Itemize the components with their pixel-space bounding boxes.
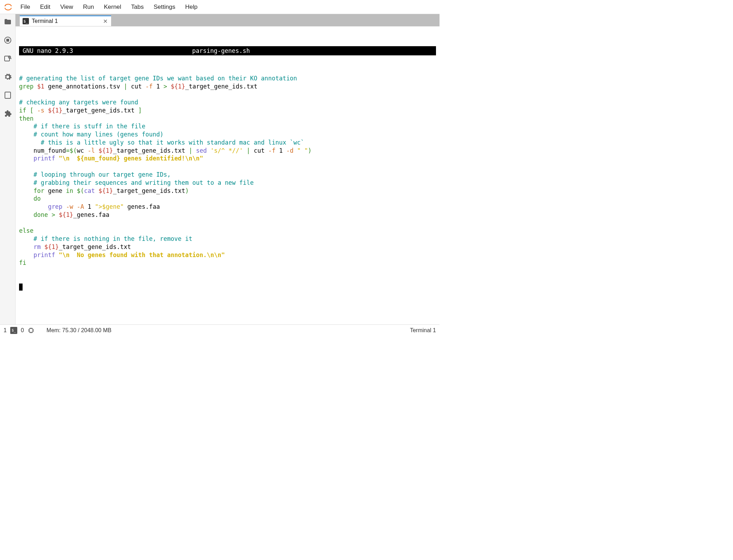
menu-run[interactable]: Run xyxy=(78,1,99,13)
status-left-number: 1 xyxy=(4,327,7,334)
tab-bar: $_ Terminal 1 ✕ xyxy=(16,14,440,26)
property-inspector-icon[interactable] xyxy=(4,54,12,63)
document-icon[interactable] xyxy=(4,91,12,99)
svg-line-5 xyxy=(10,58,11,59)
folder-icon[interactable] xyxy=(4,18,12,26)
stop-circle-icon[interactable] xyxy=(4,36,12,44)
menu-view[interactable]: View xyxy=(55,1,78,13)
menu-edit[interactable]: Edit xyxy=(35,1,55,13)
menu-bar: FileEditViewRunKernelTabsSettingsHelp xyxy=(0,0,440,14)
menu-items: FileEditViewRunKernelTabsSettingsHelp xyxy=(16,1,202,13)
puzzle-icon[interactable] xyxy=(4,109,12,118)
menu-kernel[interactable]: Kernel xyxy=(99,1,126,13)
terminal-content[interactable]: GNU nano 2.9.3 parsing-genes.sh # genera… xyxy=(16,26,440,324)
tab-terminal-1[interactable]: $_ Terminal 1 ✕ xyxy=(20,16,111,26)
terminal-icon: $_ xyxy=(23,18,29,24)
nano-filename: parsing-genes.sh xyxy=(73,47,369,55)
nano-title-bar: GNU nano 2.9.3 parsing-genes.sh xyxy=(19,46,436,56)
terminal-icon[interactable]: $_ xyxy=(10,327,17,334)
chip-icon[interactable] xyxy=(28,327,35,334)
svg-rect-7 xyxy=(29,329,33,332)
svg-rect-6 xyxy=(5,92,11,98)
menu-settings[interactable]: Settings xyxy=(149,1,180,13)
status-bar: 1 $_ 0 Mem: 75.30 / 2048.00 MB Terminal … xyxy=(0,324,440,336)
gear-icon[interactable] xyxy=(4,73,12,81)
nano-version: GNU nano 2.9.3 xyxy=(23,47,73,55)
nano-editor-body[interactable]: # generating the list of target gene IDs… xyxy=(19,72,436,267)
status-context-label: Terminal 1 xyxy=(410,327,436,334)
menu-help[interactable]: Help xyxy=(180,1,202,13)
svg-rect-2 xyxy=(7,39,9,41)
text-cursor xyxy=(19,284,23,291)
status-terminals-count: 0 xyxy=(21,327,24,334)
menu-tabs[interactable]: Tabs xyxy=(126,1,149,13)
jupyter-logo xyxy=(4,2,13,12)
status-memory: Mem: 75.30 / 2048.00 MB xyxy=(47,327,111,334)
main-panel: $_ Terminal 1 ✕ GNU nano 2.9.3 parsing-g… xyxy=(16,14,440,324)
left-sidebar xyxy=(0,14,16,324)
tab-title: Terminal 1 xyxy=(32,18,58,24)
menu-file[interactable]: File xyxy=(16,1,35,13)
close-icon[interactable]: ✕ xyxy=(103,18,108,25)
